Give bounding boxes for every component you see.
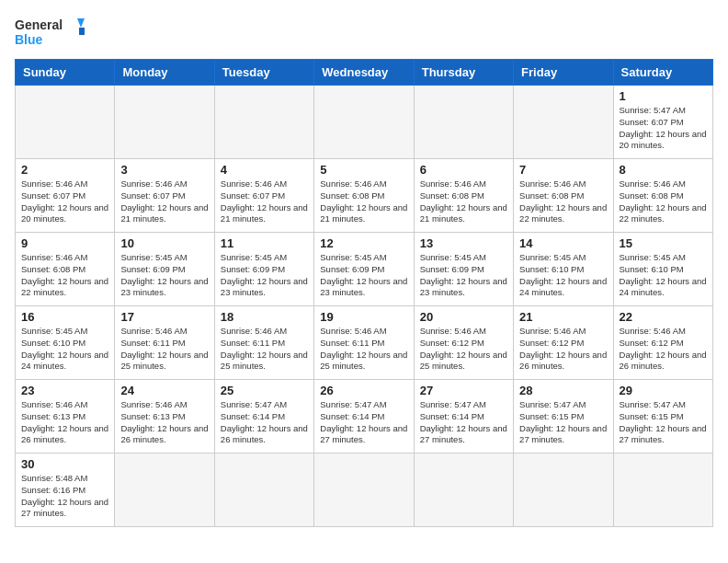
calendar-week-row: 16Sunrise: 5:45 AM Sunset: 6:10 PM Dayli… — [16, 306, 713, 380]
day-info: Sunrise: 5:46 AM Sunset: 6:08 PM Dayligh… — [21, 252, 108, 299]
calendar-cell: 2Sunrise: 5:46 AM Sunset: 6:07 PM Daylig… — [16, 159, 115, 233]
calendar-week-row: 2Sunrise: 5:46 AM Sunset: 6:07 PM Daylig… — [16, 159, 713, 233]
calendar-cell: 14Sunrise: 5:45 AM Sunset: 6:10 PM Dayli… — [514, 233, 613, 306]
day-info: Sunrise: 5:47 AM Sunset: 6:14 PM Dayligh… — [420, 399, 507, 446]
calendar-week-row: 1Sunrise: 5:47 AM Sunset: 6:07 PM Daylig… — [16, 86, 713, 159]
day-number: 1 — [620, 89, 707, 103]
calendar-cell: 29Sunrise: 5:47 AM Sunset: 6:15 PM Dayli… — [613, 380, 712, 454]
weekday-header-row: SundayMondayTuesdayWednesdayThursdayFrid… — [16, 60, 713, 86]
day-number: 22 — [620, 310, 707, 324]
day-info: Sunrise: 5:47 AM Sunset: 6:15 PM Dayligh… — [620, 399, 707, 446]
calendar-cell: 24Sunrise: 5:46 AM Sunset: 6:13 PM Dayli… — [115, 380, 214, 454]
calendar-cell: 9Sunrise: 5:46 AM Sunset: 6:08 PM Daylig… — [16, 233, 115, 306]
calendar-cell: 19Sunrise: 5:46 AM Sunset: 6:11 PM Dayli… — [314, 306, 414, 380]
calendar-cell: 7Sunrise: 5:46 AM Sunset: 6:08 PM Daylig… — [514, 159, 613, 233]
calendar-cell: 25Sunrise: 5:47 AM Sunset: 6:14 PM Dayli… — [214, 380, 313, 454]
day-info: Sunrise: 5:46 AM Sunset: 6:08 PM Dayligh… — [519, 178, 607, 225]
day-number: 23 — [21, 384, 108, 397]
day-number: 24 — [120, 384, 208, 397]
day-number: 8 — [620, 163, 707, 177]
day-number: 2 — [21, 163, 108, 177]
calendar-cell: 20Sunrise: 5:46 AM Sunset: 6:12 PM Dayli… — [414, 306, 513, 380]
day-number: 18 — [221, 310, 308, 324]
calendar-cell: 17Sunrise: 5:46 AM Sunset: 6:11 PM Dayli… — [115, 306, 214, 380]
calendar-cell: 1Sunrise: 5:47 AM Sunset: 6:07 PM Daylig… — [613, 86, 712, 159]
day-number: 10 — [120, 236, 208, 250]
day-number: 29 — [620, 384, 707, 397]
svg-text:Blue: Blue — [15, 32, 43, 47]
weekday-header-friday: Friday — [514, 60, 613, 86]
general-blue-logo-icon: General Blue — [15, 15, 88, 52]
day-info: Sunrise: 5:45 AM Sunset: 6:09 PM Dayligh… — [120, 252, 208, 299]
day-info: Sunrise: 5:46 AM Sunset: 6:11 PM Dayligh… — [120, 326, 208, 373]
day-number: 12 — [320, 236, 407, 250]
day-number: 20 — [420, 310, 507, 324]
day-number: 5 — [320, 163, 407, 177]
day-number: 11 — [221, 236, 308, 250]
svg-marker-3 — [77, 18, 85, 28]
day-info: Sunrise: 5:45 AM Sunset: 6:10 PM Dayligh… — [21, 326, 108, 373]
day-info: Sunrise: 5:47 AM Sunset: 6:14 PM Dayligh… — [320, 399, 407, 446]
calendar-cell: 18Sunrise: 5:46 AM Sunset: 6:11 PM Dayli… — [214, 306, 313, 380]
calendar-cell: 13Sunrise: 5:45 AM Sunset: 6:09 PM Dayli… — [414, 233, 513, 306]
day-info: Sunrise: 5:47 AM Sunset: 6:15 PM Dayligh… — [519, 399, 607, 446]
calendar-cell: 8Sunrise: 5:46 AM Sunset: 6:08 PM Daylig… — [613, 159, 712, 233]
calendar-cell — [414, 86, 513, 159]
day-number: 19 — [320, 310, 407, 324]
weekday-header-monday: Monday — [115, 60, 214, 86]
calendar-table: SundayMondayTuesdayWednesdayThursdayFrid… — [15, 59, 713, 527]
calendar-cell: 26Sunrise: 5:47 AM Sunset: 6:14 PM Dayli… — [314, 380, 414, 454]
logo: General Blue — [15, 15, 88, 52]
calendar-cell: 28Sunrise: 5:47 AM Sunset: 6:15 PM Dayli… — [514, 380, 613, 454]
day-info: Sunrise: 5:46 AM Sunset: 6:12 PM Dayligh… — [620, 326, 707, 373]
day-number: 25 — [221, 384, 308, 397]
day-info: Sunrise: 5:46 AM Sunset: 6:07 PM Dayligh… — [120, 178, 208, 225]
header: General Blue — [15, 15, 713, 52]
day-number: 27 — [420, 384, 507, 397]
day-number: 13 — [420, 236, 507, 250]
calendar-cell — [115, 86, 214, 159]
calendar-cell — [16, 86, 115, 159]
day-info: Sunrise: 5:45 AM Sunset: 6:09 PM Dayligh… — [320, 252, 407, 299]
day-number: 26 — [320, 384, 407, 397]
day-info: Sunrise: 5:46 AM Sunset: 6:08 PM Dayligh… — [320, 178, 407, 225]
calendar-cell — [414, 454, 513, 527]
calendar-cell: 10Sunrise: 5:45 AM Sunset: 6:09 PM Dayli… — [115, 233, 214, 306]
calendar-cell — [214, 86, 313, 159]
day-number: 3 — [120, 163, 208, 177]
day-info: Sunrise: 5:45 AM Sunset: 6:10 PM Dayligh… — [519, 252, 607, 299]
calendar-cell — [314, 86, 414, 159]
calendar-cell: 27Sunrise: 5:47 AM Sunset: 6:14 PM Dayli… — [414, 380, 513, 454]
calendar-cell: 15Sunrise: 5:45 AM Sunset: 6:10 PM Dayli… — [613, 233, 712, 306]
weekday-header-sunday: Sunday — [16, 60, 115, 86]
calendar-week-row: 9Sunrise: 5:46 AM Sunset: 6:08 PM Daylig… — [16, 233, 713, 306]
calendar-cell: 11Sunrise: 5:45 AM Sunset: 6:09 PM Dayli… — [214, 233, 313, 306]
calendar-cell: 16Sunrise: 5:45 AM Sunset: 6:10 PM Dayli… — [16, 306, 115, 380]
calendar-week-row: 30Sunrise: 5:48 AM Sunset: 6:16 PM Dayli… — [16, 454, 713, 527]
calendar-cell — [613, 454, 712, 527]
day-info: Sunrise: 5:45 AM Sunset: 6:10 PM Dayligh… — [620, 252, 707, 299]
day-info: Sunrise: 5:45 AM Sunset: 6:09 PM Dayligh… — [221, 252, 308, 299]
day-info: Sunrise: 5:47 AM Sunset: 6:14 PM Dayligh… — [221, 399, 308, 446]
calendar-cell: 3Sunrise: 5:46 AM Sunset: 6:07 PM Daylig… — [115, 159, 214, 233]
day-info: Sunrise: 5:46 AM Sunset: 6:13 PM Dayligh… — [21, 399, 108, 446]
day-info: Sunrise: 5:46 AM Sunset: 6:11 PM Dayligh… — [221, 326, 308, 373]
svg-text:General: General — [15, 17, 63, 32]
day-info: Sunrise: 5:47 AM Sunset: 6:07 PM Dayligh… — [620, 105, 707, 152]
day-info: Sunrise: 5:45 AM Sunset: 6:09 PM Dayligh… — [420, 252, 507, 299]
day-number: 9 — [21, 236, 108, 250]
calendar-week-row: 23Sunrise: 5:46 AM Sunset: 6:13 PM Dayli… — [16, 380, 713, 454]
svg-marker-4 — [79, 28, 85, 35]
day-number: 30 — [21, 457, 108, 471]
day-info: Sunrise: 5:46 AM Sunset: 6:11 PM Dayligh… — [320, 326, 407, 373]
day-info: Sunrise: 5:46 AM Sunset: 6:08 PM Dayligh… — [620, 178, 707, 225]
weekday-header-saturday: Saturday — [613, 60, 712, 86]
calendar-cell: 30Sunrise: 5:48 AM Sunset: 6:16 PM Dayli… — [16, 454, 115, 527]
day-info: Sunrise: 5:46 AM Sunset: 6:08 PM Dayligh… — [420, 178, 507, 225]
calendar-cell — [115, 454, 214, 527]
day-info: Sunrise: 5:46 AM Sunset: 6:12 PM Dayligh… — [420, 326, 507, 373]
day-info: Sunrise: 5:46 AM Sunset: 6:07 PM Dayligh… — [21, 178, 108, 225]
day-number: 4 — [221, 163, 308, 177]
calendar-cell — [214, 454, 313, 527]
calendar-cell — [514, 86, 613, 159]
